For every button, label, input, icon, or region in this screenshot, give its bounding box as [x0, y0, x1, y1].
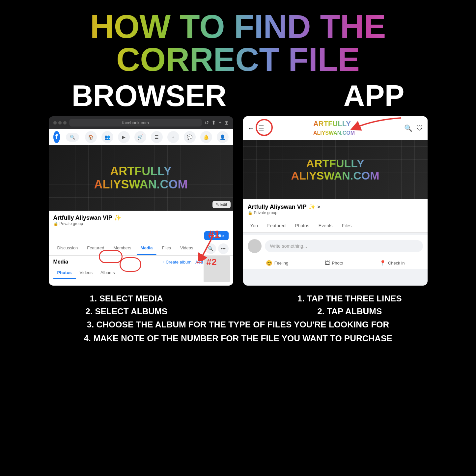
browser-dot-3 [63, 121, 67, 125]
subtab-videos[interactable]: Videos [76, 267, 97, 279]
messenger-icon: 💬 [184, 131, 196, 143]
photo-icon: 🖼 [325, 260, 330, 266]
more-tab-icon[interactable]: ••• [218, 243, 229, 254]
fb-invite-row: + Invite [49, 229, 233, 242]
app-action-row: 😊 Feeling 🖼 Photo 📍 Check in [243, 257, 428, 269]
browser-instructions: 1. SELECT MEDIA 2. SELECT ALBUMS [20, 292, 233, 318]
reload-icon: ↺ [205, 120, 209, 126]
photo-label: Photo [332, 261, 343, 266]
app-avatar [248, 239, 262, 253]
fb-media-title: Media [53, 259, 68, 265]
full-instructions: 3. CHOOSE THE ALBUM FOR THE TYPE OF FILE… [13, 318, 463, 345]
app-tab-files[interactable]: Files [337, 219, 356, 232]
app-header-title: ARTFULLYALIYSWAN.COM [313, 120, 355, 137]
app-group-name-row: Artfully Aliyswan VIP ✨ > [248, 203, 423, 210]
app-tab-photos[interactable]: Photos [290, 219, 314, 232]
app-back-btn[interactable]: ← [248, 125, 254, 132]
app-cover-text: ARTFULLYALIYSWAN.COM [291, 157, 379, 182]
fb-group-info: Artfully Aliyswan VIP ✨ 🔒 Private group [49, 211, 233, 229]
tab-featured[interactable]: Featured [83, 242, 108, 255]
browser-dot-2 [58, 121, 62, 125]
app-menu-btn[interactable]: ☰ [258, 124, 264, 132]
browser-toolbar: facebook.com ↺ ⬆ + ⊞ [49, 116, 233, 129]
app-tab-you[interactable]: You [246, 219, 263, 232]
tab-videos[interactable]: Videos [176, 242, 197, 255]
column-headers: BROWSER APP [13, 79, 463, 113]
tabs-icon: ⊞ [224, 120, 229, 126]
full-step3: 3. CHOOSE THE ALBUM FOR THE TYPE OF FILE… [87, 320, 389, 329]
full-instructions-text: 3. CHOOSE THE ALBUM FOR THE TYPE OF FILE… [13, 318, 463, 345]
create-album-btn[interactable]: + Create album [162, 260, 191, 265]
fb-group-private: 🔒 Private group [53, 221, 229, 226]
home-icon: 🏠 [85, 131, 97, 143]
tab-discussion[interactable]: Discussion [53, 242, 82, 255]
app-group-name: Artfully Aliyswan VIP ✨ [248, 203, 316, 210]
browser-instructions-text: 1. SELECT MEDIA 2. SELECT ALBUMS [20, 292, 233, 318]
fb-logo: f [53, 131, 60, 143]
app-shield-icon[interactable]: 🛡 [416, 125, 423, 132]
notifications-icon: 🔔 [200, 131, 212, 143]
app-panel: ← ☰ ARTFULLYALIYSWAN.COM 🔍 🛡 ARTFULLYALI… [243, 116, 428, 286]
search-tab-icon[interactable]: 🔍 [206, 243, 216, 254]
profile-icon: 👤 [217, 131, 229, 143]
feeling-label: Feeling [274, 261, 289, 266]
app-tabs: You Featured Photos Events Files [243, 219, 428, 233]
app-group-info: Artfully Aliyswan VIP ✨ > 🔒 Private grou… [243, 199, 428, 219]
app-header-left: ← ☰ [248, 124, 264, 132]
app-tab-featured[interactable]: Featured [263, 219, 290, 232]
marketplace-icon: 🛒 [134, 131, 146, 143]
app-header-right: 🔍 🛡 [404, 124, 423, 132]
app-tab-events[interactable]: Events [314, 219, 337, 232]
browser-step2: 2. SELECT ALBUMS [85, 306, 167, 316]
menu-icon: ☰ [151, 131, 163, 143]
main-title: HOW TO FIND THE CORRECT FILE [13, 10, 463, 76]
fb-nav-icons: 🏠 👥 ▶ 🛒 ☰ + 💬 🔔 👤 [85, 131, 229, 143]
subtab-photos[interactable]: Photos [53, 267, 76, 279]
photo-action[interactable]: 🖼 Photo [325, 260, 343, 266]
app-header-bar: ← ☰ ARTFULLYALIYSWAN.COM 🔍 🛡 [243, 116, 428, 140]
app-step1: 1. TAP THE THREE LINES [297, 294, 402, 303]
tab-media[interactable]: Media [137, 242, 157, 255]
app-search-icon[interactable]: 🔍 [404, 124, 412, 132]
browser-icons-right: ↺ ⬆ + ⊞ [205, 120, 228, 126]
app-private-label: Private group [254, 210, 277, 215]
create-icon: + [167, 131, 179, 143]
watch-icon: ▶ [118, 131, 130, 143]
app-compose-input[interactable]: Write something... [265, 240, 423, 252]
page: HOW TO FIND THE CORRECT FILE BROWSER APP… [0, 0, 476, 476]
subtab-albums[interactable]: Albums [97, 267, 119, 279]
browser-panel: facebook.com ↺ ⬆ + ⊞ f 🔍 🏠 👥 ▶ 🛒 ☰ [49, 116, 233, 286]
app-header: APP [343, 79, 404, 113]
feeling-action[interactable]: 😊 Feeling [266, 260, 289, 266]
lock-icon: 🔒 [53, 221, 58, 226]
browser-step1: 1. SELECT MEDIA [90, 294, 163, 303]
app-lock-icon: 🔒 [248, 210, 253, 215]
app-compose-area: Write something... [243, 235, 428, 257]
fb-nav: f 🔍 🏠 👥 ▶ 🛒 ☰ + 💬 🔔 👤 [49, 129, 233, 145]
add-tab-icon: + [218, 120, 221, 126]
fb-tabs: Discussion Featured Members Media Files … [49, 242, 233, 256]
browser-header: BROWSER [71, 79, 226, 113]
fb-search[interactable]: 🔍 [66, 133, 79, 142]
browser-url: facebook.com [69, 119, 202, 126]
annotation-2: ← #2 [195, 257, 217, 267]
tab-members[interactable]: Members [109, 242, 135, 255]
fb-cover: ARTFULLYALIYSWAN.COM ✎ Edit [49, 145, 233, 211]
fb-media-subtabs: Photos Videos Albums [53, 267, 229, 279]
browser-dots [53, 121, 67, 125]
app-instructions: 1. TAP THE THREE LINES 2. TAP ALBUMS [243, 292, 457, 318]
friends-icon: 👥 [101, 131, 113, 143]
fb-cover-text: ARTFULLYALIYSWAN.COM [94, 165, 188, 191]
share-icon: ⬆ [211, 120, 216, 126]
app-instructions-text: 1. TAP THE THREE LINES 2. TAP ALBUMS [243, 292, 457, 318]
full-step4: 4. MAKE NOTE OF THE NUMBER FOR THE FILE … [84, 333, 392, 343]
annotation-1: #1 [208, 228, 220, 240]
instructions-row: 1. SELECT MEDIA 2. SELECT ALBUMS 1. TAP … [13, 292, 463, 318]
app-step2: 2. TAP ALBUMS [317, 306, 382, 316]
feeling-icon: 😊 [266, 260, 272, 266]
fb-group-name: Artfully Aliyswan VIP ✨ [53, 214, 229, 221]
checkin-action[interactable]: 📍 Check in [379, 260, 405, 266]
fb-edit-btn[interactable]: ✎ Edit [212, 201, 230, 208]
app-chevron-icon: > [318, 204, 320, 210]
tab-files[interactable]: Files [158, 242, 175, 255]
